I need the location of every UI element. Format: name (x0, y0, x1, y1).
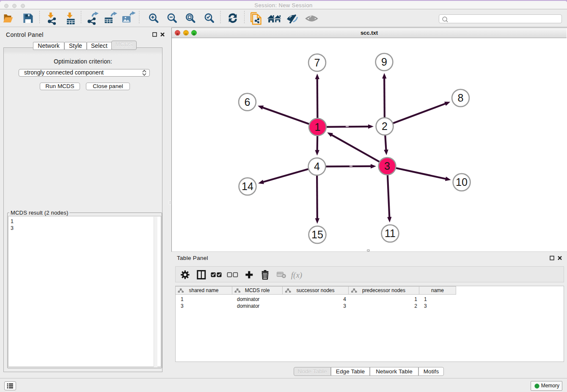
svg-text:14: 14 (242, 180, 253, 192)
svg-text:10: 10 (456, 176, 468, 188)
svg-text:1: 1 (315, 121, 321, 133)
svg-text:6: 6 (245, 96, 250, 108)
svg-text:f(x): f(x) (291, 271, 302, 280)
svg-text:8: 8 (458, 92, 464, 104)
svg-text:3: 3 (384, 160, 390, 172)
svg-text:9: 9 (381, 56, 387, 68)
svg-text:7: 7 (314, 57, 320, 69)
svg-text:15: 15 (311, 229, 323, 240)
svg-text:4: 4 (314, 160, 320, 172)
svg-text:11: 11 (385, 227, 396, 239)
svg-text:2: 2 (382, 120, 388, 132)
